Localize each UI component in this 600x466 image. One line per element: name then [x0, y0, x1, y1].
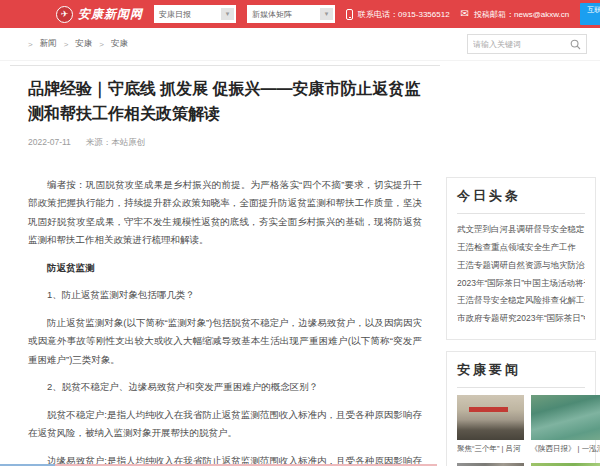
article-paragraph: 脱贫不稳定户:是指人均纯收入在我省防止返贫监测范围收入标准内，且受各种原因影响存…	[28, 406, 422, 443]
headline-item[interactable]: 武文罡到白河县调研督导安全稳定等工作	[457, 221, 585, 239]
news-item[interactable]: 聚焦“三个年” | 吕河	[457, 395, 524, 454]
headline-item[interactable]: 市政府专题研究2023年“国际茶日”中国主	[457, 310, 585, 328]
chevron-down-icon: ▾	[320, 8, 333, 20]
headline-item[interactable]: 王浩专题调研自然资源与地灾防治工作	[457, 257, 585, 275]
today-headlines-title: 今日头条	[457, 187, 585, 214]
site-logo-text: 安康新闻网	[78, 6, 143, 23]
select-ankang-daily-label: 安康日报	[159, 9, 191, 20]
illegal-report-line1: 互联网违法和不良信息举报	[587, 5, 600, 14]
breadcrumb-row: > 新闻 > 安康 > 安康	[0, 28, 600, 61]
article-source: 来源：本站原创	[86, 137, 146, 149]
contact-email: ✉ 投稿邮箱：news@akxw.cn	[461, 9, 570, 20]
ankang-news-box: 安康要闻 聚焦“三个年” | 吕河 《陕西日报》 | 一泓清 文明有我·凡人善举…	[446, 351, 596, 466]
news-thumbnail-meeting-photo	[457, 395, 524, 440]
select-new-media[interactable]: 新媒体矩阵 ▾	[247, 5, 335, 23]
chevron-down-icon: ▾	[221, 8, 234, 20]
select-new-media-label: 新媒体矩阵	[252, 9, 292, 20]
site-logo[interactable]: ✈ 安康新闻网	[56, 6, 143, 23]
main-content: 品牌经验｜守底线 抓发展 促振兴——安康市防止返贫监测和帮扶工作相关政策解读 2…	[0, 61, 600, 466]
contact-phone-label: 联系电话：0915-3356512	[358, 9, 450, 20]
plane-logo-icon: ✈	[56, 6, 73, 23]
article-paragraph: 防止返贫监测对象(以下简称“监测对象”)包括脱贫不稳定户，边缘易致贫户，以及因病…	[28, 314, 422, 370]
contact-phone: 联系电话：0915-3356512	[346, 9, 450, 20]
phone-icon	[346, 9, 353, 20]
breadcrumb-separator: >	[99, 40, 104, 49]
article-section-heading: 防返贫监测	[28, 259, 422, 278]
breadcrumb-ankang[interactable]: 安康	[75, 38, 92, 50]
mail-icon: ✉	[461, 9, 469, 19]
headline-item[interactable]: 王浩检查重点领域安全生产工作	[457, 239, 585, 257]
ankang-news-grid: 聚焦“三个年” | 吕河 《陕西日报》 | 一泓清 文明有我·凡人善举 | “两…	[457, 395, 585, 466]
today-headlines-box: 今日头条 武文罡到白河县调研督导安全稳定等工作 王浩检查重点领域安全生产工作 王…	[446, 177, 596, 340]
today-headlines-list: 武文罡到白河县调研督导安全稳定等工作 王浩检查重点领域安全生产工作 王浩专题调研…	[457, 221, 585, 328]
article-paragraph: 1、防止返贫监测对象包括哪几类？	[28, 286, 422, 305]
article: 品牌经验｜守底线 抓发展 促振兴——安康市防止返贫监测和帮扶工作相关政策解读 2…	[10, 65, 440, 466]
breadcrumb-news[interactable]: 新闻	[40, 38, 57, 50]
search-input[interactable]	[473, 40, 570, 49]
sidebar: 今日头条 武文罡到白河县调研督导安全稳定等工作 王浩检查重点领域安全生产工作 王…	[446, 177, 596, 466]
article-meta: 2022-07-11 来源：本站原创	[28, 137, 422, 149]
contact-email-label: 投稿邮箱：news@akxw.cn	[474, 9, 569, 20]
news-caption: 《陕西日报》 | 一泓清	[531, 444, 600, 454]
search-icon[interactable]	[570, 39, 581, 50]
select-ankang-daily[interactable]: 安康日报 ▾	[154, 5, 236, 23]
top-bar: ✈ 安康新闻网 安康日报 ▾ 新媒体矩阵 ▾ 联系电话：0915-3356512…	[0, 0, 600, 28]
breadcrumb-separator: >	[64, 40, 69, 49]
news-thumbnail-lake-photo	[531, 395, 600, 440]
illegal-report-button[interactable]: 互联网违法和不良信息举报 0915-3288417	[580, 3, 600, 26]
illegal-report-line2: 0915-3288417	[587, 14, 600, 23]
headline-item[interactable]: 2023年“国际茶日”中国主场活动将于5月	[457, 275, 585, 293]
article-date: 2022-07-11	[28, 137, 71, 149]
article-paragraph: 2、脱贫不稳定户、边缘易致贫户和突发严重困难户的概念区别？	[28, 378, 422, 397]
search-box	[467, 34, 587, 54]
article-title: 品牌经验｜守底线 抓发展 促振兴——安康市防止返贫监测和帮扶工作相关政策解读	[28, 77, 422, 127]
news-caption: 聚焦“三个年” | 吕河	[457, 444, 524, 454]
ankang-news-title: 安康要闻	[457, 361, 585, 388]
news-item[interactable]: 《陕西日报》 | 一泓清	[531, 395, 600, 454]
headline-item[interactable]: 王浩督导安全稳定风险排查化解工作	[457, 292, 585, 310]
breadcrumb-ankang-2[interactable]: 安康	[111, 38, 128, 50]
breadcrumb-separator: >	[28, 40, 33, 49]
article-paragraph: 编者按：巩固脱贫攻坚成果是乡村振兴的前提。为严格落实“四个不摘”要求，切实提升干…	[28, 176, 422, 250]
